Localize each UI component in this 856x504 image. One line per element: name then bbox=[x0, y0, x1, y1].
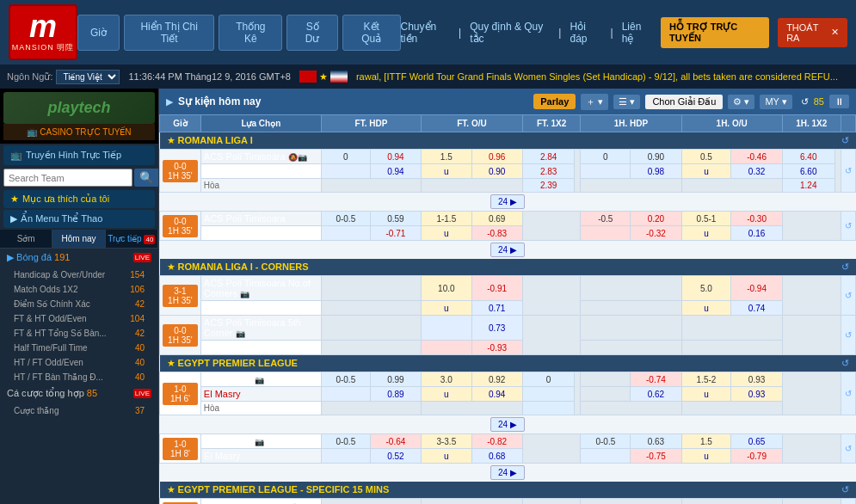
eg-ft-hdp-away[interactable] bbox=[321, 387, 370, 402]
eg2-h1-hdp-away[interactable] bbox=[581, 449, 631, 464]
league-refresh-icon[interactable]: ↺ bbox=[841, 135, 849, 146]
ft-hdp2-line-away[interactable]: -0.71 bbox=[370, 226, 421, 241]
ft-ou-over[interactable]: 0.96 bbox=[471, 150, 522, 164]
more-bets-button[interactable]: 24 ▶ bbox=[490, 194, 525, 209]
search-button[interactable]: 🔍 bbox=[134, 169, 159, 187]
eg2-h1-hdp-line[interactable]: 0.63 bbox=[631, 434, 681, 449]
an-menu-btn[interactable]: ▶ Ẩn Menu Thể Thao bbox=[3, 210, 155, 228]
eg-h1-ou-under[interactable]: 0.93 bbox=[731, 387, 782, 402]
nav-ket-qua[interactable]: Kết Quả bbox=[342, 15, 401, 51]
more-bets-button-eg[interactable]: 24 ▶ bbox=[490, 417, 525, 432]
league-refresh-egypt[interactable]: ↺ bbox=[841, 358, 849, 369]
h1-ou-under[interactable]: 0.32 bbox=[731, 164, 782, 179]
ft-hdp-away[interactable] bbox=[321, 164, 370, 179]
menu-ca-cuoc[interactable]: Cá cược tổng hợp 85 LIVE bbox=[0, 384, 158, 403]
eg-ft-hdp-home[interactable]: 0-0.5 bbox=[321, 372, 370, 387]
eg-ft-ou-line[interactable]: 3.0 bbox=[422, 372, 471, 387]
nav-thong-ke[interactable]: Thống Kê bbox=[219, 15, 282, 51]
eg2-ft-hdp-line[interactable]: -0.64 bbox=[370, 434, 421, 449]
ft-ou4-line[interactable] bbox=[422, 316, 471, 341]
ft-ou2-over[interactable]: 0.69 bbox=[471, 212, 522, 226]
eg2-ft-hdp-away[interactable] bbox=[321, 449, 370, 464]
nav-hien-thi[interactable]: Hiển Thị Chi Tiết bbox=[124, 15, 214, 51]
row-refresh2[interactable]: ↺ bbox=[841, 212, 855, 241]
menu-ft-ht-tong[interactable]: FT & HT Tổng Số Bàn...42 bbox=[0, 326, 158, 341]
h1-ou3-over[interactable]: -0.94 bbox=[731, 276, 782, 301]
ft-ou4-val[interactable]: 0.73 bbox=[471, 316, 522, 341]
link-chuyen-tien[interactable]: Chuyển tiền bbox=[401, 21, 451, 45]
ft-hdp2-home[interactable]: 0-0.5 bbox=[321, 212, 370, 226]
tab-som[interactable]: Sớm bbox=[0, 230, 52, 248]
settings-btn[interactable]: ⚙ ▾ bbox=[728, 95, 754, 109]
menu-ft-ht-odd[interactable]: FT & HT Odd/Even104 bbox=[0, 311, 158, 326]
h1-ou-under-label[interactable]: u bbox=[681, 164, 731, 179]
ft-hdp-line-home[interactable]: 0.94 bbox=[370, 150, 421, 164]
ft-ou4-under-label[interactable] bbox=[422, 341, 471, 355]
yeu-thich-btn[interactable]: ★ Mục ưa thích của tôi bbox=[3, 190, 155, 208]
ft-1x2-draw[interactable]: 2.83 bbox=[522, 164, 575, 179]
pause-btn[interactable]: ⏸ bbox=[829, 95, 849, 108]
tab-truc-tiep[interactable]: Trực tiếp 40 bbox=[106, 230, 158, 248]
h1-ou-line[interactable]: 0.5 bbox=[681, 150, 731, 164]
h1-1x2-away[interactable]: 1.24 bbox=[782, 179, 834, 193]
parlay-button[interactable]: Parlay bbox=[533, 94, 576, 109]
eg-h1-ou-under-label[interactable]: u bbox=[681, 387, 731, 402]
eg2-h1-hdp-line-away[interactable]: -0.75 bbox=[631, 449, 681, 464]
more-bets-button2[interactable]: 24 ▶ bbox=[490, 243, 525, 257]
h1-ou2-over[interactable]: -0.30 bbox=[731, 212, 782, 226]
ft-1x2-home[interactable]: 2.84 bbox=[522, 150, 575, 164]
h1-ou2-under-label[interactable]: u bbox=[681, 226, 731, 241]
eg-ft-1x2-away[interactable] bbox=[522, 402, 575, 415]
ft-ou-under-label[interactable]: u bbox=[422, 164, 471, 179]
h1-hdp-line-away[interactable]: 0.98 bbox=[631, 164, 681, 179]
nav-so-du[interactable]: Số Dư bbox=[286, 15, 337, 51]
more-bets-button-eg2[interactable]: 24 ▶ bbox=[490, 465, 525, 480]
ft-hdp2-away[interactable] bbox=[321, 226, 370, 241]
menu-bong-da[interactable]: ▶ Bóng đá 191 LIVE bbox=[0, 249, 158, 267]
ft-1x2-away[interactable]: 2.39 bbox=[522, 179, 575, 193]
ft-ou3-under-label[interactable]: u bbox=[422, 301, 471, 316]
menu-half-full[interactable]: Half Time/Full Time40 bbox=[0, 341, 158, 355]
league-refresh-corners[interactable]: ↺ bbox=[841, 261, 849, 273]
eg-ft-hdp-line[interactable]: 0.99 bbox=[370, 372, 421, 387]
eg-ft-hdp-line-away[interactable]: 0.89 bbox=[370, 387, 421, 402]
h1-hdp-away[interactable] bbox=[581, 164, 631, 179]
ft-ou2-under-label[interactable]: u bbox=[422, 226, 471, 241]
row-refresh7[interactable]: ↺ bbox=[841, 499, 855, 505]
ft-ou-under[interactable]: 0.90 bbox=[471, 164, 522, 179]
row-refresh4[interactable]: ↺ bbox=[841, 316, 855, 355]
expand-icon[interactable]: ▶ bbox=[166, 96, 173, 108]
eg2-ft-hdp-line-away[interactable]: 0.52 bbox=[370, 449, 421, 464]
row-refresh3[interactable]: ↺ bbox=[841, 276, 855, 316]
h1-ou-over[interactable]: -0.46 bbox=[731, 150, 782, 164]
h1-ou3-line[interactable]: 5.0 bbox=[681, 276, 731, 301]
language-dropdown[interactable]: Tiếng Việt bbox=[56, 70, 120, 84]
my-btn[interactable]: MY ▾ bbox=[760, 95, 791, 109]
eg2-ft-ou-under[interactable]: 0.68 bbox=[471, 449, 522, 464]
h1-ou3-under[interactable]: 0.74 bbox=[731, 301, 782, 316]
menu-match-odds[interactable]: Match Odds 1X2106 bbox=[0, 282, 158, 297]
row-refresh5[interactable]: ↺ bbox=[841, 372, 855, 415]
casino-banner[interactable]: 📺 CASINO TRỰC TUYẾN bbox=[3, 124, 155, 140]
h1-ou3-under-label[interactable]: u bbox=[681, 301, 731, 316]
refresh-icon[interactable]: ↺ bbox=[801, 96, 809, 108]
link-hoi-dap[interactable]: Hỏi đáp bbox=[570, 21, 601, 45]
h1-hdp-line-home[interactable]: 0.90 bbox=[631, 150, 681, 164]
eg-ft-1x2-home[interactable]: 0 bbox=[522, 372, 575, 387]
ft-ou3-line[interactable]: 10.0 bbox=[422, 276, 471, 301]
ft-ou4-under-val[interactable]: -0.93 bbox=[471, 341, 522, 355]
ft-hdp-home[interactable]: 0 bbox=[321, 150, 370, 164]
logout-button[interactable]: THOÁT RA ✕ bbox=[778, 18, 847, 47]
truyen-hinh-btn[interactable]: 📺 Truyền Hình Trực Tiếp bbox=[3, 145, 155, 165]
eg-h1-ou-over[interactable]: 0.93 bbox=[731, 372, 782, 387]
eg2-h1-ou-under[interactable]: -0.79 bbox=[731, 449, 782, 464]
eg2-h1-hdp-home[interactable]: 0-0.5 bbox=[581, 434, 631, 449]
h1-hdp2-line-away[interactable]: -0.32 bbox=[631, 226, 681, 241]
h1-hdp2-line-home[interactable]: 0.20 bbox=[631, 212, 681, 226]
eg-ft-ou-over[interactable]: 0.92 bbox=[471, 372, 522, 387]
eg2-h1-ou-over[interactable]: 0.65 bbox=[731, 434, 782, 449]
h1-hdp2-away[interactable] bbox=[581, 226, 631, 241]
row-refresh[interactable]: ↺ bbox=[841, 150, 855, 193]
eg-h1-hdp-home[interactable] bbox=[581, 372, 631, 387]
menu-handicap[interactable]: Handicap & Over/Under154 bbox=[0, 267, 158, 282]
